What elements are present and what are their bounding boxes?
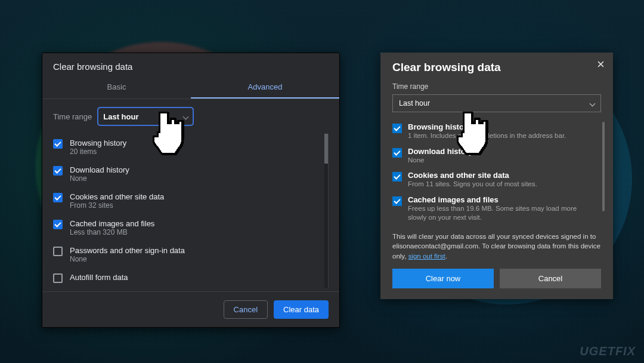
checkbox-cached-images[interactable] [392, 196, 402, 206]
time-range-select[interactable]: Last hour [98, 107, 193, 125]
edge-clear-data-dialog: Clear browsing data Time range Last hour… [380, 53, 613, 299]
list-item: Download historyNone [392, 144, 595, 168]
scrollbar-thumb[interactable] [324, 134, 328, 164]
cancel-button[interactable]: Cancel [224, 300, 268, 319]
tab-basic[interactable]: Basic [42, 76, 191, 99]
checkbox-cookies[interactable] [392, 172, 402, 182]
clear-now-button[interactable]: Clear now [392, 269, 494, 288]
scrollbar[interactable] [324, 134, 328, 288]
clear-data-button[interactable]: Clear data [274, 300, 329, 319]
chrome-clear-data-dialog: Clear browsing data Basic Advanced Time … [42, 53, 340, 328]
list-item: Download historyNone [53, 161, 323, 187]
time-range-value: Last hour [399, 99, 430, 107]
checkbox-cached-images[interactable] [53, 220, 63, 229]
dialog-title: Clear browsing data [42, 53, 339, 76]
checkbox-autofill[interactable] [53, 273, 63, 283]
checkbox-download-history[interactable] [53, 166, 63, 176]
tabs: Basic Advanced [42, 76, 339, 99]
watermark: UGETFIX [580, 344, 636, 358]
checkbox-cookies[interactable] [53, 193, 63, 202]
close-button[interactable] [594, 57, 607, 70]
dialog-title: Clear browsing data [392, 61, 601, 74]
time-range-select[interactable]: Last hour [392, 94, 601, 112]
checkbox-browsing-history[interactable] [53, 139, 63, 149]
close-icon [597, 61, 604, 67]
time-range-value: Last hour [103, 112, 138, 121]
list-item: Browsing history1 item. Includes autocom… [392, 119, 595, 144]
scrollbar[interactable] [602, 122, 605, 211]
list-item: Browsing history20 items [53, 134, 323, 161]
data-type-list: Browsing history1 item. Includes autocom… [392, 119, 601, 226]
chevron-down-icon [183, 113, 189, 119]
chevron-down-icon [590, 100, 596, 106]
list-item: Cookies and other site dataFrom 11 sites… [392, 168, 595, 192]
time-range-label: Time range [53, 112, 92, 121]
cancel-button[interactable]: Cancel [500, 269, 601, 288]
checkbox-browsing-history[interactable] [392, 124, 402, 133]
sign-out-link[interactable]: sign out first [408, 253, 445, 260]
sync-warning: This will clear your data across all you… [392, 232, 601, 262]
time-range-label: Time range [392, 82, 601, 91]
list-item: Cookies and other site dataFrom 32 sites [53, 187, 323, 214]
list-item: Cached images and filesFrees up less tha… [392, 192, 595, 226]
list-item: Cached images and filesLess than 320 MB [53, 214, 323, 241]
list-item: Passwords and other sign-in dataNone [53, 241, 323, 268]
tab-advanced[interactable]: Advanced [191, 76, 339, 99]
data-type-list: Browsing history20 items Download histor… [53, 134, 329, 288]
checkbox-download-history[interactable] [392, 148, 402, 158]
list-item: Autofill form data [53, 268, 323, 288]
checkbox-passwords[interactable] [53, 247, 63, 256]
